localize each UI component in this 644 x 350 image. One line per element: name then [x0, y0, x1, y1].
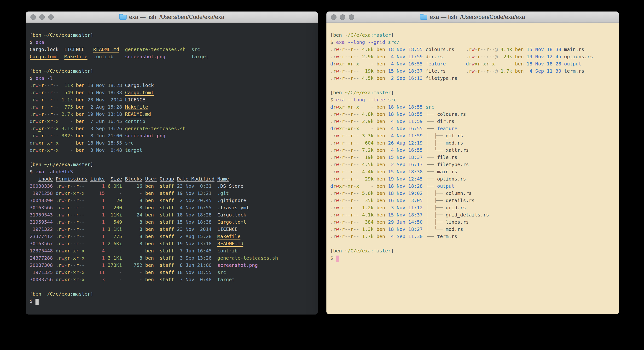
terminal-line: .rw-r--r-- 4.1k ben 15 Nov 18:37 │ ├── g… — [330, 211, 616, 218]
terminal-line: .rw-r--r-- 549 ben 15 Nov 18:38 Cargo.to… — [30, 89, 314, 96]
terminal-line: .rw-r--r-- 29k ben 19 Nov 12:45 ├── opti… — [330, 175, 616, 182]
terminal-line: .rw-r--r-- 2.9k ben 4 Nov 11:59 ├── dir.… — [330, 118, 616, 125]
terminal-line: 20087308 .rw-r--r-- 1 373Ki 752 ben staf… — [30, 262, 314, 269]
terminal-line: drwxr-xr-x - ben 4 Nov 16:55 feature drw… — [330, 60, 616, 67]
desktop: { "windows": [ { "id": "left", "title": … — [0, 0, 644, 350]
terminal-line: .rw-r--r-- 2.7k ben 19 Nov 13:18 README.… — [30, 110, 314, 118]
terminal-line: 30048390 .rw-r--r-- 1 20 8 ben staff 2 N… — [30, 197, 314, 204]
folder-icon — [119, 14, 126, 20]
terminal-line: [ben ~/C/e/exa:master] — [330, 247, 616, 254]
terminal-window-left: exa — fish /Users/ben/Code/exa/exa [ben … — [26, 12, 318, 314]
titlebar-content: exa — fish /Users/ben/Code/exa/exa — [26, 14, 318, 20]
terminal-line: drwxr-xr-x - ben 18 Nov 18:28 ├── output — [330, 182, 616, 190]
folder-icon — [420, 14, 427, 20]
terminal-line: 1971322 .rw-r--r-- 1 1.1Ki 8 ben staff 2… — [30, 226, 314, 233]
window-title: exa — fish /Users/ben/Code/exa/exa — [430, 14, 525, 20]
terminal-line: Cargo.lock LICENCE README.md generate-te… — [30, 46, 314, 53]
terminal-line: .rw-r--r-- 11k ben 18 Nov 18:28 Cargo.lo… — [30, 82, 314, 89]
window-controls — [331, 12, 354, 22]
terminal-line: drwxr-xr-x - ben 18 Nov 18:55 src — [330, 103, 616, 110]
terminal-line: 23377412 .rw-r--r-- 1 775 8 ben staff 2 … — [30, 233, 314, 240]
close-button[interactable] — [331, 14, 336, 20]
terminal-line: .rw-r--r-- 2.9k ben 4 Nov 11:59 dir.rs .… — [330, 53, 616, 60]
terminal-line: .rw-r--r-- 3.3k ben 4 Nov 11:59 │ ├── gi… — [330, 132, 616, 139]
terminal-line: 24377288 .rwxr-xr-x 1 3.1Ki 8 ben staff … — [30, 254, 314, 262]
terminal-line: .rw-r--r-- 4.8k ben 18 Nov 18:55 colours… — [330, 46, 616, 53]
terminal-line: .rw-r--r-- 4.5k ben 2 Sep 16:13 filetype… — [330, 74, 616, 82]
terminal-line: 12375448 drwxr-xr-x 4 - - ben staff 7 Ju… — [30, 247, 314, 254]
terminal-line: [ben ~/C/e/exa:master] — [30, 67, 314, 74]
terminal-content[interactable]: [ben ~/C/e/exa:master]$ exa --long --gri… — [326, 23, 619, 314]
terminal-line: .rw-r--r-- 19k ben 15 Nov 18:37 ├── file… — [330, 154, 616, 161]
terminal-line: 31959544 .rw-r--r-- 1 549 8 ben staff 15… — [30, 218, 314, 226]
zoom-button[interactable] — [48, 14, 54, 20]
terminal-line: [ben ~/C/e/exa:master] — [30, 32, 314, 38]
terminal-line: 30030336 .rw-r--r-- 1 6.0Ki 16 ben staff… — [30, 182, 314, 190]
terminal-content[interactable]: [ben ~/C/e/exa:master]$ exaCargo.lock LI… — [26, 23, 318, 314]
terminal-line: 1971258 drwxr-xr-x 15 - - ben staff 19 N… — [30, 190, 314, 197]
terminal-line: .rw-r--r-- 4.4k ben 15 Nov 18:38 ├── mai… — [330, 168, 616, 175]
terminal-line: .rw-r--r-- 604 ben 26 Aug 12:19 │ ├── mo… — [330, 139, 616, 146]
terminal-line: [ben ~/C/e/exa:master] — [30, 161, 314, 168]
terminal-line: .rwxr-xr-x 3.1k ben 3 Sep 13:26 generate… — [30, 125, 314, 132]
terminal-line: 30163567 .rw-r--r-- 1 2.6Ki 8 ben staff … — [30, 240, 314, 247]
terminal-line: .rw-r--r-- 384 ben 29 Jun 14:50 │ ├── li… — [330, 218, 616, 226]
terminal-line: 1971325 drwxr-xr-x 11 - - ben staff 18 N… — [30, 269, 314, 276]
terminal-line: $ — [330, 254, 616, 262]
window-title: exa — fish /Users/ben/Code/exa/exa — [129, 14, 224, 20]
terminal-window-right: exa — fish /Users/ben/Code/exa/exa [ben … — [326, 12, 619, 314]
terminal-line — [330, 82, 616, 89]
window-controls — [30, 12, 54, 22]
terminal-line: Cargo.toml Makefile contrib screenshot.p… — [30, 53, 314, 60]
terminal-line: .rw-r--r-- 7.2k ben 4 Nov 16:55 │ └── xa… — [330, 146, 616, 154]
terminal-line: $ exa -l — [30, 74, 314, 82]
terminal-line — [30, 154, 314, 161]
minimize-button[interactable] — [340, 14, 345, 20]
terminal-line: [ben ~/C/e/exa:master] — [30, 290, 314, 298]
terminal-line — [30, 60, 314, 67]
terminal-line: drwxr-xr-x - ben 4 Nov 16:55 ├── feature — [330, 125, 616, 132]
terminal-cursor — [336, 256, 339, 262]
terminal-line — [330, 240, 616, 247]
terminal-line: .rw-r--r-- 1.2k ben 3 Nov 11:12 │ ├── gr… — [330, 204, 616, 211]
terminal-line: drwxr-xr-x - ben 18 Nov 18:55 src — [30, 139, 314, 146]
terminal-line: .rw-r--r-- 1.7k ben 4 Sep 11:30 └── term… — [330, 233, 616, 240]
terminal-line: $ exa --long --tree src — [330, 96, 616, 103]
minimize-button[interactable] — [39, 14, 45, 20]
terminal-line: $ exa — [30, 38, 314, 46]
close-button[interactable] — [30, 14, 36, 20]
terminal-line: .rw-r--r-- 5.6k ben 18 Nov 19:02 │ ├── c… — [330, 190, 616, 197]
titlebar-content: exa — fish /Users/ben/Code/exa/exa — [326, 14, 619, 20]
terminal-line: .rw-r--r-- 1.1k ben 23 Nov 2014 LICENCE — [30, 96, 314, 103]
terminal-line: .rw-r--r-- 4.5k ben 2 Sep 16:13 ├── file… — [330, 161, 616, 168]
terminal-line: 30083756 drwxr-xr-x 3 - - ben staff 3 No… — [30, 276, 314, 283]
terminal-line: .rw-r--r-- 1.3k ben 18 Nov 18:27 │ └── m… — [330, 226, 616, 233]
terminal-line: .rw-r--r-- 382k ben 8 Jun 21:00 screensh… — [30, 132, 314, 139]
terminal-line: 30163566 .rw-r--r-- 1 200 8 ben staff 4 … — [30, 204, 314, 211]
terminal-line: $ exa --long --grid src/ — [330, 38, 616, 46]
zoom-button[interactable] — [349, 14, 354, 20]
terminal-line: $ — [30, 298, 314, 305]
terminal-line — [30, 283, 314, 290]
terminal-line: [ben ~/C/e/exa:master] — [330, 89, 616, 96]
terminal-line: drwxr-xr-x - ben 7 Jun 16:45 contrib — [30, 118, 314, 125]
terminal-line: .rw-r--r-- 19k ben 15 Nov 18:37 file.rs … — [330, 67, 616, 74]
terminal-line: .rw-r--r-- 775 ben 2 Aug 15:28 Makefile — [30, 103, 314, 110]
window-titlebar[interactable]: exa — fish /Users/ben/Code/exa/exa — [26, 12, 318, 23]
terminal-cursor — [36, 299, 38, 305]
terminal-line: .rw-r--r-- 35k ben 16 Nov 3:05 │ ├── det… — [330, 197, 616, 204]
terminal-line: [ben ~/C/e/exa:master] — [330, 32, 616, 38]
terminal-line: 31959543 .rw-r--r-- 1 11Ki 24 ben staff … — [30, 211, 314, 218]
window-titlebar[interactable]: exa — fish /Users/ben/Code/exa/exa — [326, 12, 619, 23]
terminal-line: .rw-r--r-- 4.8k ben 18 Nov 18:55 ├── col… — [330, 110, 616, 118]
terminal-line: inode Permissions Links Size Blocks User… — [30, 175, 314, 182]
terminal-line: drwxr-xr-x - ben 3 Nov 0:48 target — [30, 146, 314, 154]
terminal-line: $ exa -abghHliS — [30, 168, 314, 175]
